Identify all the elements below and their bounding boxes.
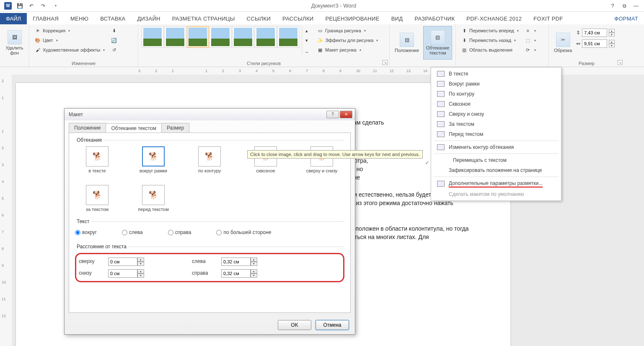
- wrap-tight[interactable]: По контуру: [431, 89, 561, 99]
- tab-file[interactable]: ФАЙЛ: [0, 13, 27, 24]
- help-icon[interactable]: ?: [607, 1, 618, 11]
- wrap-more-options[interactable]: Дополнительные параметры разметки...: [431, 178, 561, 189]
- picture-layout-button[interactable]: ▦Макет рисунка: [315, 45, 380, 55]
- compress-button[interactable]: ⬇: [109, 26, 119, 35]
- style-thumb-7[interactable]: [277, 26, 299, 48]
- wrap-edit-points[interactable]: Изменить контур обтекания: [431, 142, 561, 152]
- crop-button[interactable]: ✂ Обрезка: [552, 26, 574, 60]
- tab-insert[interactable]: ВСТАВКА: [94, 13, 131, 24]
- remove-background-button[interactable]: 🖼 Удалить фон: [3, 26, 26, 60]
- dist-bottom-input[interactable]: [108, 269, 137, 278]
- tab-references[interactable]: ССЫЛКИ: [241, 13, 277, 24]
- edit-points-icon: [437, 144, 445, 150]
- styles-launcher-icon[interactable]: ↘: [383, 60, 388, 65]
- style-thumb-5[interactable]: [232, 26, 254, 48]
- tab-home[interactable]: ГЛАВНАЯ: [27, 13, 65, 24]
- tab-format[interactable]: ФОРМАТ: [608, 13, 644, 24]
- wrap-behind[interactable]: За текстом: [431, 119, 561, 129]
- wrap-text-button[interactable]: ▤ Обтекание текстом: [423, 26, 452, 60]
- style-thumb-3[interactable]: [187, 26, 209, 48]
- style-thumb-2[interactable]: [164, 26, 186, 48]
- dialog-ok-button[interactable]: OK: [278, 320, 311, 330]
- opt-square[interactable]: 🐕вокруг рамки: [131, 146, 176, 173]
- height-down[interactable]: ▾: [609, 33, 615, 36]
- height-input[interactable]: [582, 29, 607, 37]
- align-button[interactable]: ≡: [523, 26, 538, 35]
- dialog-tab-size[interactable]: Размер: [161, 123, 189, 133]
- dialog-titlebar[interactable]: Макет ? ✕: [65, 109, 355, 120]
- width-down[interactable]: ▾: [609, 44, 615, 47]
- radio-left[interactable]: слева: [122, 229, 143, 235]
- gallery-down-icon[interactable]: ▾: [304, 36, 310, 45]
- position-button[interactable]: ▤ Положение: [393, 26, 421, 60]
- send-backward-button[interactable]: ⬇Переместить назад: [459, 36, 520, 45]
- minimize-icon[interactable]: —: [631, 1, 641, 11]
- opt-behind[interactable]: 🐕за текстом: [75, 185, 119, 212]
- dialog-tab-wrap[interactable]: Обтекание текстом: [106, 123, 161, 133]
- tab-developer[interactable]: РАЗРАБОТЧИК: [409, 13, 460, 24]
- radio-largest[interactable]: по большей стороне: [216, 229, 271, 235]
- radio-around[interactable]: вокруг: [75, 229, 97, 235]
- gallery-up-icon[interactable]: ▴: [304, 26, 310, 35]
- width-input[interactable]: [582, 39, 607, 48]
- radio-right[interactable]: справа: [168, 229, 191, 235]
- style-thumb-1[interactable]: [142, 26, 163, 48]
- tab-mailings[interactable]: РАССЫЛКИ: [277, 13, 319, 24]
- artistic-effects-button[interactable]: 🖌Художественные эффекты: [33, 45, 106, 55]
- tab-review[interactable]: РЕЦЕНЗИРОВАНИЕ: [319, 13, 385, 24]
- height-up[interactable]: ▴: [609, 29, 615, 33]
- dialog-help-button[interactable]: ?: [326, 111, 339, 118]
- selection-pane-button[interactable]: ▥Область выделения: [459, 45, 520, 55]
- ribbon-display-icon[interactable]: ⧉: [619, 1, 630, 11]
- dist-right-input[interactable]: [221, 269, 251, 278]
- picture-styles-gallery[interactable]: [142, 26, 299, 48]
- sun-icon: ☀: [34, 27, 41, 34]
- qat-customize-icon[interactable]: [49, 1, 60, 11]
- width-up[interactable]: ▴: [609, 40, 615, 44]
- wrap-square[interactable]: Вокруг рамки: [431, 79, 561, 89]
- qat-redo-icon[interactable]: ↷: [38, 1, 49, 11]
- tab-design[interactable]: ДИЗАЙН: [132, 13, 166, 24]
- tab-view[interactable]: ВИД: [385, 13, 409, 24]
- qat-undo-icon[interactable]: ↶: [26, 1, 37, 11]
- change-picture-icon: 🔄: [111, 37, 117, 44]
- gallery-more-icon[interactable]: ⎯: [304, 45, 310, 55]
- opt-tight[interactable]: 🐕по контуру: [187, 146, 232, 173]
- bring-forward-button[interactable]: ⬆Переместить вперед: [459, 26, 520, 35]
- wrap-topbottom[interactable]: Сверху и снизу: [431, 109, 561, 119]
- picture-effects-button[interactable]: ✨Эффекты для рисунка: [315, 36, 380, 45]
- wrap-move-with-text[interactable]: Перемещать с текстом: [431, 155, 561, 165]
- color-button[interactable]: 🎨Цвет: [33, 36, 106, 45]
- wrap-text-icon: ▤: [431, 30, 445, 44]
- tab-menu[interactable]: Меню: [65, 13, 94, 24]
- tab-pagelayout[interactable]: РАЗМЕТКА СТРАНИЦЫ: [166, 13, 241, 24]
- vertical-ruler[interactable]: 21123456789101112: [0, 75, 12, 346]
- reset-picture-button[interactable]: ↺: [109, 45, 119, 55]
- change-picture-button[interactable]: 🔄: [109, 36, 119, 45]
- qat-save-icon[interactable]: 💾: [14, 1, 25, 11]
- corrections-button[interactable]: ☀Коррекция: [33, 26, 106, 35]
- dist-top-input[interactable]: [108, 258, 137, 266]
- dialog-cancel-button[interactable]: Отмена: [316, 320, 349, 330]
- dist-left-input[interactable]: [221, 258, 251, 266]
- opt-inline[interactable]: 🐕в тексте: [75, 146, 119, 173]
- wrap-inline[interactable]: В тексте: [431, 69, 561, 79]
- dialog-tab-position[interactable]: Положение: [69, 123, 106, 133]
- picture-border-button[interactable]: ▭Граница рисунка: [315, 26, 380, 35]
- wrap-topbottom-icon: [437, 111, 445, 117]
- wrap-infront[interactable]: Перед текстом: [431, 129, 561, 139]
- tab-foxit[interactable]: Foxit PDF: [528, 13, 569, 24]
- wrap-fix-position[interactable]: Зафиксировать положение на странице: [431, 165, 561, 175]
- word-app-icon[interactable]: W: [3, 1, 13, 11]
- style-thumb-6[interactable]: [255, 26, 277, 48]
- tab-pdfxchange[interactable]: PDF-XChange 2012: [460, 13, 528, 24]
- style-thumb-4[interactable]: [209, 26, 231, 48]
- opt-infront[interactable]: 🐕перед текстом: [131, 185, 176, 212]
- wrap-through[interactable]: Сквозное: [431, 99, 561, 109]
- dialog-close-button[interactable]: ✕: [340, 111, 352, 118]
- height-icon: ⇕: [576, 30, 580, 36]
- size-launcher-icon[interactable]: ↘: [618, 60, 623, 65]
- rotate-button[interactable]: ⟳: [523, 45, 538, 55]
- compress-icon: ⬇: [111, 27, 117, 34]
- group-button[interactable]: ⬚: [523, 36, 538, 45]
